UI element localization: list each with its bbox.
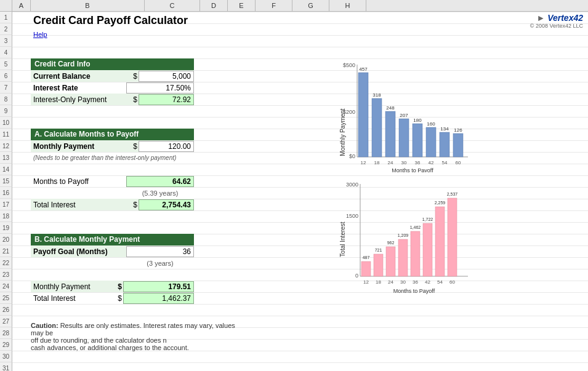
credit-info-header: Credit Card Info	[31, 58, 194, 70]
page-title: Credit Card Payoff Calculator	[31, 14, 588, 27]
row-num-9: 9	[0, 105, 12, 117]
svg-text:12: 12	[361, 160, 366, 166]
corner-cell	[0, 0, 12, 12]
total-interest-b-label: Total Interest	[31, 293, 111, 304]
total-interest-b-value: 1,462.37	[123, 293, 194, 304]
svg-rect-19	[453, 134, 463, 157]
svg-text:2,537: 2,537	[447, 192, 458, 196]
note-row: (Needs to be greater than the interest-o…	[31, 152, 209, 164]
row-num-11: 11	[0, 129, 12, 140]
payoff-goal-label: Payoff Goal (Months)	[31, 246, 126, 257]
svg-text:60: 60	[449, 279, 455, 285]
row-numbers: 1234567891011121314151617181920212223242…	[0, 12, 12, 371]
section-b-header: B. Calculate Monthly Payment	[31, 234, 194, 245]
payoff-goal-value[interactable]: 36	[126, 246, 194, 257]
col-header-e: E	[228, 0, 256, 11]
svg-rect-37	[374, 254, 383, 276]
help-link[interactable]: Help	[33, 31, 47, 38]
total-interest-a-row: Total Interest $ 2,754.43	[31, 199, 194, 210]
monthly-payment-b-value: 179.51	[123, 281, 194, 292]
row-num-4: 4	[0, 47, 12, 58]
row-num-28: 28	[0, 327, 12, 339]
svg-rect-13	[413, 124, 422, 157]
payoff-goal-row: Payoff Goal (Months) 36	[31, 245, 194, 257]
total-interest-a-value: 2,754.43	[139, 199, 194, 210]
monthly-payment-a-row: Monthly Payment $ 120.00	[31, 140, 194, 152]
svg-text:Months to Payoff: Months to Payoff	[392, 167, 433, 172]
payoff-goal-years: (3 years)	[126, 258, 194, 268]
help-row: Help	[33, 29, 47, 41]
title-row: Credit Card Payoff Calculator ► Vertex42…	[12, 12, 588, 29]
svg-text:3000: 3000	[346, 182, 358, 188]
row-num-17: 17	[0, 199, 12, 210]
svg-rect-9	[385, 111, 395, 157]
svg-rect-7	[372, 98, 382, 157]
current-balance-value[interactable]: 5,000	[139, 71, 194, 82]
row-num-27: 27	[0, 316, 12, 327]
monthly-payment-a-value[interactable]: 120.00	[139, 141, 194, 152]
svg-rect-41	[398, 239, 408, 276]
svg-text:42: 42	[425, 279, 430, 285]
svg-text:180: 180	[413, 118, 422, 123]
svg-text:1,462: 1,462	[410, 225, 421, 229]
svg-text:721: 721	[375, 248, 382, 252]
months-payoff-label: Months to Payoff	[31, 176, 126, 187]
svg-text:60: 60	[456, 160, 461, 166]
caution-line3: cash advances, or additional charges to …	[31, 344, 240, 351]
row-num-16: 16	[0, 187, 12, 199]
row-num-31: 31	[0, 362, 12, 371]
svg-rect-39	[386, 247, 395, 276]
col-header-g: G	[292, 0, 329, 11]
svg-rect-17	[440, 132, 449, 157]
svg-rect-45	[423, 223, 432, 276]
section-a-header: A. Calculate Months to Payoff	[31, 129, 194, 140]
row-num-1: 1	[0, 12, 12, 23]
row-num-13: 13	[0, 152, 12, 164]
monthly-payment-a-dollar: $	[126, 141, 139, 152]
total-interest-b-dollar: $	[111, 293, 123, 304]
svg-rect-5	[358, 73, 368, 157]
total-interest-a-label: Total Interest	[31, 199, 126, 210]
caution-bold: Caution:	[31, 322, 58, 329]
row-num-23: 23	[0, 269, 12, 281]
column-headers: A B C D E F G H	[12, 0, 588, 12]
caution-section: Caution: Results are only estimates. Int…	[31, 322, 240, 351]
total-interest-a-dollar: $	[126, 199, 139, 210]
col-header-c: C	[145, 0, 200, 11]
svg-text:Months to Payoff: Months to Payoff	[393, 288, 435, 294]
row-num-30: 30	[0, 351, 12, 362]
row-num-6: 6	[0, 70, 12, 82]
content-layer: Credit Card Payoff Calculator ► Vertex42…	[12, 12, 588, 371]
current-balance-dollar: $	[126, 71, 139, 82]
svg-rect-43	[411, 231, 420, 276]
interest-only-label: Interest-Only Payment	[31, 94, 126, 105]
chart2-container: Total Interest 3000 1500 0 487	[339, 178, 474, 295]
interest-rate-row: Interest Rate 17.50%	[31, 82, 194, 94]
interest-rate-label: Interest Rate	[31, 82, 126, 94]
svg-rect-49	[448, 198, 457, 276]
svg-text:0: 0	[355, 273, 358, 279]
caution-text1: Results are only estimates. Interest rat…	[31, 322, 235, 337]
svg-text:$0: $0	[349, 153, 355, 159]
credit-info-header-row: Credit Card Info	[31, 58, 194, 70]
row-num-18: 18	[0, 210, 12, 222]
col-header-a: A	[12, 0, 31, 11]
svg-text:24: 24	[388, 279, 393, 285]
svg-text:$500: $500	[343, 62, 355, 68]
row-num-25: 25	[0, 292, 12, 304]
monthly-payment-a-label: Monthly Payment	[31, 141, 126, 152]
row-num-20: 20	[0, 234, 12, 245]
svg-text:18: 18	[374, 160, 380, 166]
monthly-payment-b-row: Monthly Payment $ 179.51	[31, 281, 194, 292]
spreadsheet-app: A B C D E F G H 123456789101112131415161…	[0, 0, 588, 371]
row-num-22: 22	[0, 257, 12, 269]
svg-text:487: 487	[363, 255, 370, 260]
col-header-h: H	[329, 0, 366, 11]
monthly-payment-b-dollar: $	[111, 281, 123, 292]
svg-rect-15	[426, 127, 436, 157]
interest-only-dollar: $	[126, 94, 139, 105]
section-a-header-row: A. Calculate Months to Payoff	[31, 129, 194, 140]
svg-rect-11	[399, 119, 409, 157]
svg-rect-35	[361, 261, 371, 276]
interest-rate-value[interactable]: 17.50%	[126, 82, 194, 94]
